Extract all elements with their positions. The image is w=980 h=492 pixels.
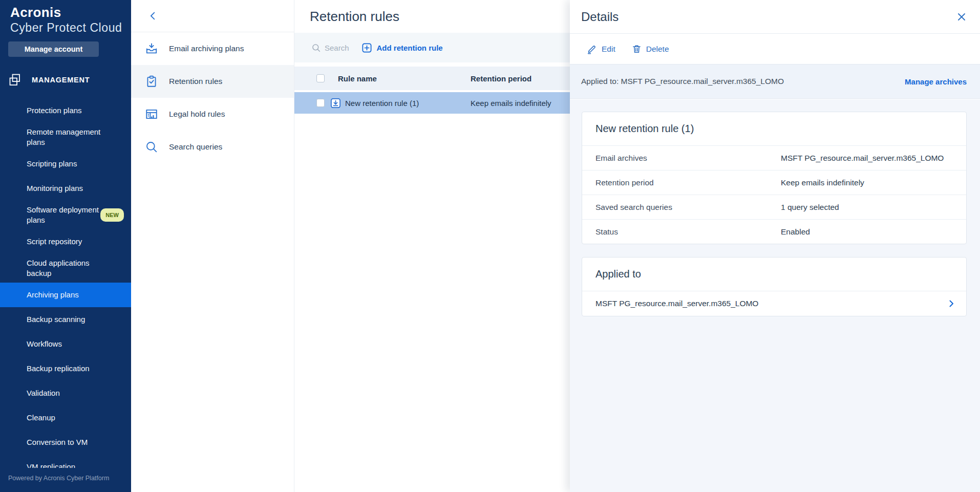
rule-name: New retention rule (1) <box>345 99 419 108</box>
acronis-console: Acronis Cyber Protect Cloud Manage accou… <box>0 0 980 492</box>
management-section-label: MANAGEMENT <box>32 76 90 84</box>
edit-button[interactable]: Edit <box>587 44 615 54</box>
manage-account-label: Manage account <box>25 45 83 53</box>
select-all-checkbox[interactable] <box>316 74 325 82</box>
clipboard-check-icon <box>145 75 158 88</box>
back-button[interactable] <box>146 9 160 23</box>
delete-button[interactable]: Delete <box>632 44 669 54</box>
field-status: Status Enabled <box>582 219 966 244</box>
field-saved-search-queries: Saved search queries 1 query selected <box>582 195 966 219</box>
new-badge: NEW <box>100 208 124 222</box>
manage-account-button[interactable]: Manage account <box>8 41 99 57</box>
field-label: Retention period <box>595 178 781 187</box>
close-button[interactable] <box>955 11 968 23</box>
manage-archives-link[interactable]: Manage archives <box>905 77 967 86</box>
sidebar-nav: Protection plans Remote management plans… <box>0 98 131 468</box>
applied-to-banner: Applied to: MSFT PG_resource.mail_server… <box>570 64 980 99</box>
field-value: Keep emails indefinitely <box>781 178 864 187</box>
applied-to-text: Applied to: MSFT PG_resource.mail_server… <box>581 77 784 86</box>
sidebar-item-conversion-to-vm[interactable]: Conversion to VM <box>0 430 131 455</box>
main-title-row: Retention rules <box>294 0 570 33</box>
field-label: Email archives <box>595 154 781 163</box>
sidebar-item-archiving-plans[interactable]: Archiving plans <box>0 283 131 307</box>
close-icon <box>956 12 967 22</box>
chevron-left-icon <box>147 10 159 22</box>
sidebar-item-backup-replication[interactable]: Backup replication <box>0 356 131 381</box>
page-title: Retention rules <box>310 9 399 25</box>
subnav-item-search-queries[interactable]: Search queries <box>131 131 294 163</box>
search-icon <box>311 43 321 53</box>
delete-label: Delete <box>646 45 669 54</box>
chevron-right-icon <box>949 300 954 307</box>
subnav-item-retention-rules[interactable]: Retention rules <box>131 65 294 98</box>
applied-item[interactable]: MSFT PG_resource.mail_server.m365_LOMO <box>582 291 966 316</box>
sidebar-item-protection-plans[interactable]: Protection plans <box>0 98 131 123</box>
brand-name: Acronis <box>10 5 122 20</box>
details-title: Details <box>581 10 619 24</box>
field-email-archives: Email archives MSFT PG_resource.mail_ser… <box>582 145 966 170</box>
field-value: 1 query selected <box>781 203 839 212</box>
table-header: Rule name Retention period <box>294 67 570 90</box>
subnav-item-legal-hold-rules[interactable]: Legal hold rules <box>131 98 294 131</box>
powered-by-text: Powered by Acronis Cyber Platform <box>8 475 109 482</box>
add-retention-rule-label: Add retention rule <box>377 44 443 52</box>
email-archive-icon <box>145 42 158 55</box>
subnav-item-label: Legal hold rules <box>169 110 225 119</box>
row-checkbox[interactable] <box>316 99 325 107</box>
sidebar-item-cloud-applications-backup[interactable]: Cloud applications backup <box>0 254 131 283</box>
trash-icon <box>632 44 642 54</box>
archive-down-icon <box>330 98 341 109</box>
field-value: Enabled <box>781 227 810 237</box>
add-retention-rule-button[interactable]: Add retention rule <box>361 42 443 53</box>
field-label: Status <box>595 227 781 237</box>
main-toolbar: Search Add retention rule <box>294 33 570 62</box>
retention-rules-panel: Retention rules Search <box>294 0 570 492</box>
rule-retention-period: Keep emails indefinitely <box>471 99 551 108</box>
subnav-item-label: Search queries <box>169 142 222 152</box>
details-panel: Details Edit <box>570 0 980 492</box>
sidebar-item-validation[interactable]: Validation <box>0 381 131 405</box>
field-label: Saved search queries <box>595 203 781 212</box>
table-row-new-retention-rule[interactable]: New retention rule (1) Keep emails indef… <box>294 92 570 114</box>
sidebar-item-remote-management-plans[interactable]: Remote management plans <box>0 123 131 152</box>
archiving-subnav: Email archiving plans Retention rules <box>131 0 294 492</box>
pencil-icon <box>587 44 597 54</box>
management-section-header: MANAGEMENT <box>8 73 90 87</box>
sidebar-item-backup-scanning[interactable]: Backup scanning <box>0 307 131 332</box>
search-icon <box>145 140 158 154</box>
edit-label: Edit <box>602 45 615 54</box>
details-body: New retention rule (1) Email archives MS… <box>570 99 980 492</box>
rule-details-card: New retention rule (1) Email archives MS… <box>582 112 967 244</box>
brand-product: Cyber Protect Cloud <box>10 22 122 34</box>
sidebar-item-scripting-plans[interactable]: Scripting plans <box>0 152 131 176</box>
subnav-header <box>131 0 294 32</box>
sidebar-item-script-repository[interactable]: Script repository <box>0 229 131 254</box>
sidebar-item-monitoring-plans[interactable]: Monitoring plans <box>0 176 131 201</box>
search-button[interactable]: Search <box>311 43 349 53</box>
field-value: MSFT PG_resource.mail_server.m365_LOMO <box>781 154 944 163</box>
applied-card-title: Applied to <box>582 258 966 291</box>
sidebar: Acronis Cyber Protect Cloud Manage accou… <box>0 0 131 492</box>
rule-card-title: New retention rule (1) <box>582 112 966 145</box>
field-retention-period: Retention period Keep emails indefinitel… <box>582 170 966 195</box>
sidebar-item-workflows[interactable]: Workflows <box>0 332 131 356</box>
details-header: Details <box>570 0 980 34</box>
sidebar-item-software-deployment-plans[interactable]: Software deployment plans NEW <box>0 201 131 229</box>
sidebar-item-vm-replication[interactable]: VM replication <box>0 455 131 468</box>
details-actions: Edit Delete <box>570 34 980 64</box>
legal-hold-icon <box>145 108 158 121</box>
subnav-item-label: Retention rules <box>169 77 222 86</box>
sidebar-item-cleanup[interactable]: Cleanup <box>0 405 131 430</box>
overlapping-squares-icon <box>8 73 22 87</box>
brand-logo: Acronis Cyber Protect Cloud <box>10 5 122 34</box>
applied-item-label: MSFT PG_resource.mail_server.m365_LOMO <box>595 299 758 308</box>
column-retention-period: Retention period <box>471 74 531 83</box>
search-placeholder: Search <box>325 44 349 52</box>
plus-square-icon <box>361 42 372 53</box>
subnav-item-label: Email archiving plans <box>169 44 244 53</box>
column-rule-name: Rule name <box>338 74 377 83</box>
applied-to-card: Applied to MSFT PG_resource.mail_server.… <box>582 257 967 316</box>
subnav-item-email-archiving-plans[interactable]: Email archiving plans <box>131 32 294 65</box>
